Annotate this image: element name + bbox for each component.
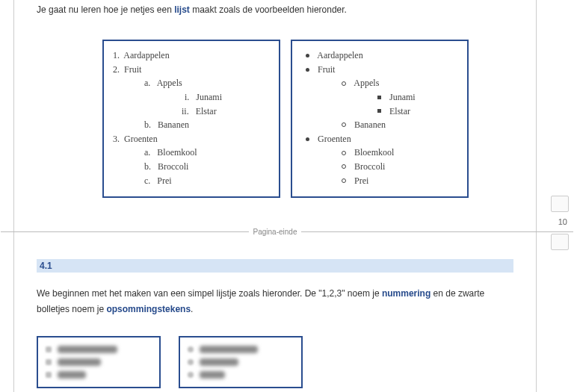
blurred-bulleted-example bbox=[179, 336, 303, 388]
blurred-text bbox=[58, 358, 101, 366]
list-item: Elstar bbox=[301, 105, 458, 119]
blurred-numbered-example bbox=[37, 336, 161, 388]
bullet-disc-icon bbox=[306, 54, 309, 57]
intro-text-pre: Je gaat nu leren hoe je netjes een bbox=[37, 4, 174, 15]
list-item: Groenten bbox=[301, 132, 458, 146]
blurred-marker-icon bbox=[188, 372, 194, 378]
comment-marker[interactable] bbox=[551, 234, 569, 250]
section-paragraph: We beginnen met het maken van een simpel… bbox=[14, 273, 536, 317]
list-item: Fruit bbox=[301, 63, 458, 77]
list-item: Junami bbox=[301, 90, 458, 105]
list-item bbox=[46, 356, 152, 369]
blurred-text bbox=[200, 346, 258, 353]
blurred-text bbox=[58, 371, 86, 379]
list-item: Aardappelen bbox=[301, 49, 458, 63]
blurred-text bbox=[200, 371, 225, 379]
section-heading: 4.1 bbox=[37, 259, 513, 273]
blurred-marker-icon bbox=[188, 346, 194, 352]
list-item: Broccoli bbox=[301, 160, 458, 174]
blurred-text bbox=[58, 346, 117, 353]
bullet-circle-icon bbox=[342, 178, 346, 183]
bullet-circle-icon bbox=[342, 164, 346, 169]
list-item: c. Prei bbox=[113, 174, 270, 188]
intro-paragraph: Je gaat nu leren hoe je netjes een lijst… bbox=[14, 0, 536, 17]
comment-count: 10 bbox=[558, 217, 567, 226]
bullet-disc-icon bbox=[306, 137, 309, 141]
list-item: Prei bbox=[301, 174, 458, 188]
list-item: a. Appels bbox=[113, 76, 270, 90]
intro-text-post: maakt zoals de voorbeelden hieronder. bbox=[190, 4, 347, 15]
keyword-nummering: nummering bbox=[382, 288, 430, 299]
bulleted-list-example: Aardappelen Fruit Appels Junami Elstar B… bbox=[291, 40, 469, 198]
small-example-pair bbox=[14, 317, 536, 388]
document-page: Je gaat nu leren hoe je netjes een lijst… bbox=[13, 0, 537, 392]
list-item: a. Bloemkool bbox=[113, 146, 270, 160]
paragraph-text: . bbox=[191, 304, 193, 314]
page-break: Pagina-einde bbox=[14, 226, 536, 237]
list-item bbox=[188, 369, 294, 382]
list-item: 3. Groenten bbox=[113, 132, 270, 146]
list-item: Appels bbox=[301, 76, 458, 90]
bullet-square-icon bbox=[377, 109, 381, 113]
bullet-disc-icon bbox=[306, 68, 309, 72]
page-break-line bbox=[298, 231, 573, 232]
blurred-text bbox=[200, 358, 238, 366]
paragraph-text: We beginnen met het maken van een simpel… bbox=[37, 288, 382, 299]
bullet-square-icon bbox=[377, 96, 381, 99]
keyword-opsommingstekens: opsommingstekens bbox=[106, 304, 191, 314]
list-item bbox=[188, 343, 294, 356]
bullet-circle-icon bbox=[342, 122, 346, 127]
list-item: b. Bananen bbox=[113, 118, 270, 132]
list-item: ii. Elstar bbox=[113, 105, 270, 119]
blurred-marker-icon bbox=[188, 359, 194, 365]
list-item: i. Junami bbox=[113, 90, 270, 105]
list-item: Bloemkool bbox=[301, 146, 458, 160]
list-item: Bananen bbox=[301, 118, 458, 132]
list-item: b. Broccoli bbox=[113, 160, 270, 174]
list-item: 2. Fruit bbox=[113, 63, 270, 77]
numbered-list-example: 1. Aardappelen 2. Fruit a. Appels i. Jun… bbox=[102, 40, 280, 198]
blurred-marker-icon bbox=[46, 359, 52, 365]
list-item: 1. Aardappelen bbox=[113, 49, 270, 63]
list-example-pair: 1. Aardappelen 2. Fruit a. Appels i. Jun… bbox=[14, 17, 536, 213]
bullet-circle-icon bbox=[342, 81, 346, 86]
list-item bbox=[46, 369, 152, 382]
list-item bbox=[46, 343, 152, 356]
comment-marker[interactable] bbox=[551, 196, 569, 212]
list-item bbox=[188, 356, 294, 369]
page-break-line bbox=[1, 231, 270, 232]
bullet-circle-icon bbox=[342, 151, 346, 155]
blurred-marker-icon bbox=[46, 372, 52, 378]
intro-keyword-lijst: lijst bbox=[174, 4, 190, 15]
page-break-label: Pagina-einde bbox=[249, 228, 302, 236]
blurred-marker-icon bbox=[46, 346, 52, 352]
